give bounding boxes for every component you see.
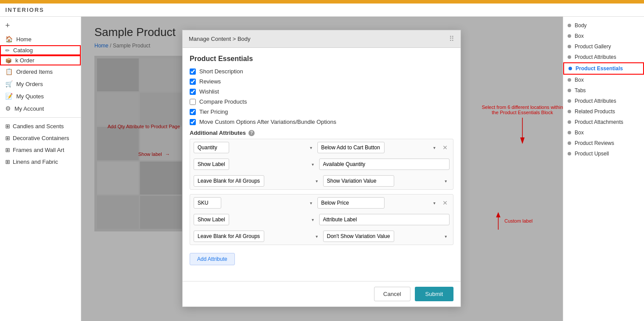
sidebar-item-ordered-items[interactable]: 📋 Ordered Items — [0, 65, 81, 78]
outline-item-product-essentials[interactable]: Product Essentials — [563, 62, 644, 75]
attr2-variation-select[interactable]: Show Variation Value Don't Show Variatio… — [323, 231, 394, 242]
attr2-location-select[interactable]: Below Add to Cart Button Below Price Abo… — [317, 197, 385, 209]
attr1-label-input[interactable] — [319, 159, 450, 170]
attr1-location-wrapper: Below Add to Cart Button Below Price Abo… — [317, 142, 439, 153]
attr1-remove-button[interactable]: ✕ — [441, 143, 450, 152]
sidebar: + 🏠 Home ✏ Catalog 📦 k Order 📋 Ordered I… — [0, 17, 81, 321]
attr1-variation-select[interactable]: Show Variation Value Don't Show Variatio… — [323, 175, 394, 187]
checkbox-short-desc: Short Description — [190, 68, 453, 75]
sidebar-add-button[interactable]: + — [0, 18, 81, 33]
attr2-type-wrapper: Quantity SKU Weight — [194, 197, 315, 209]
checkbox-move-custom-input[interactable] — [190, 119, 196, 125]
checkbox-wishlist-input[interactable] — [190, 89, 196, 95]
annotation-6-locations-text2: the Product Essentials Block — [468, 110, 563, 115]
attr2-show-label-wrapper: Show Label Hide Label — [194, 214, 317, 225]
bulk-order-icon: 📦 — [5, 58, 12, 64]
help-icon[interactable]: ? — [248, 130, 255, 136]
checkbox-wishlist-label: Wishlist — [199, 88, 219, 95]
sidebar-item-catalog[interactable]: ✏ Catalog — [0, 45, 81, 55]
sidebar-item-decorative[interactable]: ⊞ Decorative Containers — [0, 132, 81, 144]
checkbox-wishlist: Wishlist — [190, 88, 453, 95]
checkbox-compare-label: Compare Products — [199, 98, 247, 105]
outline-item-related-products[interactable]: Related Products — [563, 106, 644, 117]
modal-body: Product Essentials Short Description Rev… — [183, 48, 461, 281]
checkbox-short-desc-input[interactable] — [190, 69, 196, 75]
candles-icon: ⊞ — [5, 123, 10, 130]
attr2-group-row: Leave Blank for All Groups Show Variatio… — [190, 228, 453, 245]
attr1-group-wrapper: Leave Blank for All Groups — [194, 175, 320, 187]
outline-item-product-gallery[interactable]: Product Gallery — [563, 41, 644, 52]
attr2-show-label-select[interactable]: Show Label Hide Label — [194, 214, 229, 225]
modal-drag-icon: ⠿ — [449, 35, 454, 43]
catalog-icon: ✏ — [5, 47, 10, 54]
outline-dot-gallery — [568, 45, 571, 48]
my-account-icon: ⚙ — [5, 105, 11, 112]
outline-dot-reviews — [568, 141, 571, 145]
attr2-remove-button[interactable]: ✕ — [441, 198, 450, 207]
outline-panel: Body Box Product Gallery Product Attribu… — [563, 17, 644, 321]
svg-marker-1 — [520, 137, 525, 144]
outline-dot-box3 — [568, 131, 571, 134]
cancel-button[interactable]: Cancel — [374, 287, 410, 301]
attr1-show-label-select[interactable]: Show Label Hide Label — [194, 159, 229, 170]
sidebar-item-linens[interactable]: ⊞ Linens and Fabric — [0, 156, 81, 168]
attribute-group-2: Quantity SKU Weight Below Add to Cart Bu… — [190, 194, 453, 245]
outline-dot-essentials — [568, 67, 572, 70]
outline-item-box2[interactable]: Box — [563, 75, 644, 85]
main-content: Sample Product Home / Sample Product Add… — [81, 17, 563, 321]
sidebar-item-my-orders[interactable]: 🛒 My Orders — [0, 78, 81, 90]
outline-dot-box1 — [568, 34, 571, 38]
attr2-group-select[interactable]: Leave Blank for All Groups — [194, 231, 264, 242]
annotation-6-locations: Select from 6 different locations within… — [468, 105, 563, 144]
outline-item-box3[interactable]: Box — [563, 127, 644, 138]
submit-button[interactable]: Submit — [415, 287, 453, 301]
sidebar-item-my-account[interactable]: ⚙ My Account — [0, 102, 81, 115]
attr1-location-select[interactable]: Below Add to Cart Button Below Price Abo… — [317, 142, 385, 153]
outline-item-box1[interactable]: Box — [563, 31, 644, 41]
outline-dot-box2 — [568, 78, 571, 82]
arrow-up-svg — [494, 212, 503, 230]
outline-item-product-reviews[interactable]: Product Reviews — [563, 138, 644, 148]
outline-dot-attributes1 — [568, 55, 571, 59]
checkbox-reviews-input[interactable] — [190, 79, 196, 85]
additional-attributes-label: Additional Attributes ? — [190, 130, 453, 136]
frames-icon: ⊞ — [5, 147, 10, 153]
attr1-show-label-wrapper: Show Label Hide Label — [194, 159, 317, 170]
sidebar-item-my-quotes[interactable]: 📝 My Quotes — [0, 90, 81, 102]
attr1-group-row: Leave Blank for All Groups Show Variatio… — [190, 173, 453, 189]
attr2-label-input[interactable] — [319, 214, 450, 225]
attr2-type-select[interactable]: Quantity SKU Weight — [194, 197, 221, 209]
checkbox-tier-pricing-input[interactable] — [190, 109, 196, 115]
decorative-icon: ⊞ — [5, 135, 10, 141]
outline-dot-upsell — [568, 152, 571, 155]
sidebar-divider — [0, 117, 81, 118]
checkbox-compare-input[interactable] — [190, 99, 196, 105]
outline-dot-tabs — [568, 89, 571, 92]
ordered-items-icon: 📋 — [5, 68, 13, 75]
outline-item-product-upsell[interactable]: Product Upsell — [563, 148, 644, 159]
attr1-group-select[interactable]: Leave Blank for All Groups — [194, 175, 264, 187]
outline-item-body[interactable]: Body — [563, 20, 644, 31]
sidebar-item-bulk-order[interactable]: 📦 k Order — [0, 55, 81, 65]
modal-title: Manage Content > Body — [189, 36, 251, 42]
outline-dot-body — [568, 24, 571, 27]
sidebar-item-candles[interactable]: ⊞ Candles and Scents — [0, 120, 81, 132]
outline-item-product-attributes1[interactable]: Product Attributes — [563, 52, 644, 62]
outline-item-tabs[interactable]: Tabs — [563, 85, 644, 96]
attr2-group-wrapper: Leave Blank for All Groups — [194, 231, 320, 242]
annotation-6-locations-text1: Select from 6 different locations within — [468, 105, 563, 110]
section-title: Product Essentials — [190, 55, 453, 63]
sidebar-item-frames[interactable]: ⊞ Frames and Wall Art — [0, 144, 81, 156]
linens-icon: ⊞ — [5, 159, 10, 165]
checkbox-move-custom-label: Move Custom Options After Variations/Bun… — [199, 119, 336, 125]
top-bar — [0, 0, 644, 4]
attr2-show-label-row: Show Label Hide Label — [190, 211, 453, 228]
add-attribute-button[interactable]: Add Attribute — [190, 253, 235, 265]
modal-footer: Cancel Submit — [183, 281, 461, 307]
attr1-type-select[interactable]: Quantity SKU Weight Show Label — [194, 142, 229, 153]
attr2-location-wrapper: Below Add to Cart Button Below Price Abo… — [317, 197, 439, 209]
attribute-group-1: Quantity SKU Weight Show Label Below Add… — [190, 139, 453, 190]
outline-item-product-attachments[interactable]: Product Attachments — [563, 117, 644, 127]
outline-item-product-attributes2[interactable]: Product Attributes — [563, 96, 644, 106]
sidebar-item-home[interactable]: 🏠 Home — [0, 33, 81, 45]
